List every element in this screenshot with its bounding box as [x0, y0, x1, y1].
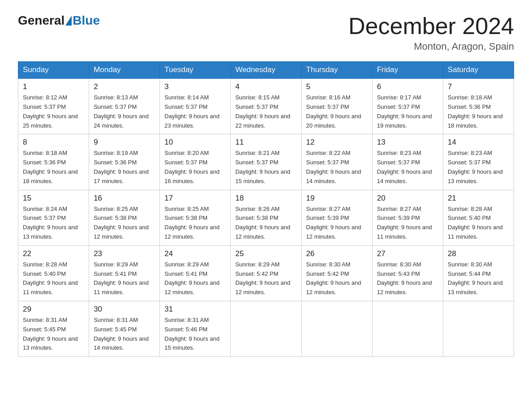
- day-info: Sunrise: 8:13 AM Sunset: 5:37 PM Dayligh…: [94, 93, 155, 130]
- calendar-cell: 20 Sunrise: 8:27 AM Sunset: 5:39 PM Dayl…: [372, 190, 443, 245]
- day-info: Sunrise: 8:31 AM Sunset: 5:45 PM Dayligh…: [23, 316, 84, 353]
- day-number: 20: [377, 194, 438, 203]
- day-number: 16: [94, 194, 155, 203]
- month-title: December 2024: [348, 13, 514, 39]
- day-number: 19: [306, 194, 368, 203]
- day-info: Sunrise: 8:29 AM Sunset: 5:42 PM Dayligh…: [235, 260, 296, 297]
- day-info: Sunrise: 8:23 AM Sunset: 5:37 PM Dayligh…: [448, 149, 509, 186]
- day-number: 14: [448, 138, 509, 147]
- calendar-cell: 29 Sunrise: 8:31 AM Sunset: 5:45 PM Dayl…: [18, 301, 89, 356]
- calendar-cell: 25 Sunrise: 8:29 AM Sunset: 5:42 PM Dayl…: [231, 245, 301, 301]
- day-info: Sunrise: 8:12 AM Sunset: 5:37 PM Dayligh…: [23, 93, 84, 130]
- location-title: Monton, Aragon, Spain: [348, 41, 514, 52]
- day-number: 21: [448, 194, 509, 203]
- day-info: Sunrise: 8:19 AM Sunset: 5:36 PM Dayligh…: [94, 149, 155, 186]
- page-header: General Blue December 2024 Monton, Arago…: [18, 13, 514, 52]
- calendar-cell: 30 Sunrise: 8:31 AM Sunset: 5:45 PM Dayl…: [89, 301, 160, 356]
- calendar-cell: 16 Sunrise: 8:25 AM Sunset: 5:38 PM Dayl…: [89, 190, 160, 245]
- day-info: Sunrise: 8:29 AM Sunset: 5:41 PM Dayligh…: [164, 260, 226, 297]
- calendar-day-header: Sunday: [18, 62, 89, 79]
- calendar-cell: [301, 301, 372, 356]
- day-info: Sunrise: 8:29 AM Sunset: 5:41 PM Dayligh…: [94, 260, 155, 297]
- day-info: Sunrise: 8:21 AM Sunset: 5:37 PM Dayligh…: [235, 149, 296, 186]
- calendar-table: SundayMondayTuesdayWednesdayThursdayFrid…: [18, 61, 514, 357]
- day-info: Sunrise: 8:22 AM Sunset: 5:37 PM Dayligh…: [306, 149, 368, 186]
- day-number: 23: [94, 249, 155, 258]
- day-info: Sunrise: 8:23 AM Sunset: 5:37 PM Dayligh…: [377, 149, 438, 186]
- calendar-week-row: 29 Sunrise: 8:31 AM Sunset: 5:45 PM Dayl…: [18, 301, 514, 356]
- day-number: 29: [23, 305, 84, 314]
- day-info: Sunrise: 8:27 AM Sunset: 5:39 PM Dayligh…: [306, 205, 368, 242]
- day-number: 8: [23, 138, 84, 147]
- day-info: Sunrise: 8:24 AM Sunset: 5:37 PM Dayligh…: [23, 205, 84, 242]
- calendar-cell: 23 Sunrise: 8:29 AM Sunset: 5:41 PM Dayl…: [89, 245, 160, 301]
- day-number: 26: [306, 249, 368, 258]
- day-info: Sunrise: 8:28 AM Sunset: 5:40 PM Dayligh…: [448, 205, 509, 242]
- day-info: Sunrise: 8:15 AM Sunset: 5:37 PM Dayligh…: [235, 93, 296, 130]
- calendar-day-header: Saturday: [443, 62, 514, 79]
- calendar-cell: 22 Sunrise: 8:28 AM Sunset: 5:40 PM Dayl…: [18, 245, 89, 301]
- day-number: 1: [23, 82, 84, 91]
- calendar-day-header: Wednesday: [231, 62, 301, 79]
- day-info: Sunrise: 8:18 AM Sunset: 5:36 PM Dayligh…: [23, 149, 84, 186]
- calendar-cell: 11 Sunrise: 8:21 AM Sunset: 5:37 PM Dayl…: [231, 134, 301, 190]
- calendar-cell: [443, 301, 514, 356]
- day-info: Sunrise: 8:25 AM Sunset: 5:38 PM Dayligh…: [164, 205, 226, 242]
- day-number: 10: [164, 138, 226, 147]
- day-info: Sunrise: 8:17 AM Sunset: 5:37 PM Dayligh…: [377, 93, 438, 130]
- day-number: 17: [164, 194, 226, 203]
- day-number: 15: [23, 194, 84, 203]
- calendar-cell: [372, 301, 443, 356]
- day-number: 2: [94, 82, 155, 91]
- logo-triangle-icon: [65, 16, 72, 26]
- day-number: 6: [377, 82, 438, 91]
- day-number: 24: [164, 249, 226, 258]
- calendar-cell: 8 Sunrise: 8:18 AM Sunset: 5:36 PM Dayli…: [18, 134, 89, 190]
- title-area: December 2024 Monton, Aragon, Spain: [348, 13, 514, 52]
- calendar-cell: 14 Sunrise: 8:23 AM Sunset: 5:37 PM Dayl…: [443, 134, 514, 190]
- day-info: Sunrise: 8:30 AM Sunset: 5:42 PM Dayligh…: [306, 260, 368, 297]
- logo-area: General Blue: [18, 13, 100, 28]
- calendar-cell: 12 Sunrise: 8:22 AM Sunset: 5:37 PM Dayl…: [301, 134, 372, 190]
- day-number: 31: [164, 305, 226, 314]
- day-info: Sunrise: 8:30 AM Sunset: 5:43 PM Dayligh…: [377, 260, 438, 297]
- calendar-cell: 26 Sunrise: 8:30 AM Sunset: 5:42 PM Dayl…: [301, 245, 372, 301]
- calendar-cell: 4 Sunrise: 8:15 AM Sunset: 5:37 PM Dayli…: [231, 78, 301, 134]
- day-number: 25: [235, 249, 296, 258]
- calendar-day-header: Thursday: [301, 62, 372, 79]
- day-info: Sunrise: 8:25 AM Sunset: 5:38 PM Dayligh…: [94, 205, 155, 242]
- day-number: 11: [235, 138, 296, 147]
- calendar-cell: 7 Sunrise: 8:18 AM Sunset: 5:36 PM Dayli…: [443, 78, 514, 134]
- calendar-cell: 13 Sunrise: 8:23 AM Sunset: 5:37 PM Dayl…: [372, 134, 443, 190]
- day-number: 12: [306, 138, 368, 147]
- calendar-cell: 31 Sunrise: 8:31 AM Sunset: 5:46 PM Dayl…: [160, 301, 231, 356]
- calendar-cell: 18 Sunrise: 8:26 AM Sunset: 5:38 PM Dayl…: [231, 190, 301, 245]
- day-info: Sunrise: 8:26 AM Sunset: 5:38 PM Dayligh…: [235, 205, 296, 242]
- day-number: 28: [448, 249, 509, 258]
- day-number: 5: [306, 82, 368, 91]
- day-info: Sunrise: 8:30 AM Sunset: 5:44 PM Dayligh…: [448, 260, 509, 297]
- calendar-cell: 9 Sunrise: 8:19 AM Sunset: 5:36 PM Dayli…: [89, 134, 160, 190]
- calendar-cell: 28 Sunrise: 8:30 AM Sunset: 5:44 PM Dayl…: [443, 245, 514, 301]
- calendar-cell: [231, 301, 301, 356]
- day-number: 22: [23, 249, 84, 258]
- calendar-day-header: Tuesday: [160, 62, 231, 79]
- calendar-cell: 5 Sunrise: 8:16 AM Sunset: 5:37 PM Dayli…: [301, 78, 372, 134]
- calendar-week-row: 8 Sunrise: 8:18 AM Sunset: 5:36 PM Dayli…: [18, 134, 514, 190]
- day-info: Sunrise: 8:20 AM Sunset: 5:37 PM Dayligh…: [164, 149, 226, 186]
- day-info: Sunrise: 8:16 AM Sunset: 5:37 PM Dayligh…: [306, 93, 368, 130]
- calendar-week-row: 15 Sunrise: 8:24 AM Sunset: 5:37 PM Dayl…: [18, 190, 514, 245]
- calendar-day-header: Monday: [89, 62, 160, 79]
- day-info: Sunrise: 8:18 AM Sunset: 5:36 PM Dayligh…: [448, 93, 509, 130]
- day-number: 18: [235, 194, 296, 203]
- day-number: 27: [377, 249, 438, 258]
- day-number: 3: [164, 82, 226, 91]
- calendar-cell: 24 Sunrise: 8:29 AM Sunset: 5:41 PM Dayl…: [160, 245, 231, 301]
- day-info: Sunrise: 8:27 AM Sunset: 5:39 PM Dayligh…: [377, 205, 438, 242]
- calendar-header-row: SundayMondayTuesdayWednesdayThursdayFrid…: [18, 62, 514, 79]
- calendar-cell: 15 Sunrise: 8:24 AM Sunset: 5:37 PM Dayl…: [18, 190, 89, 245]
- calendar-cell: 17 Sunrise: 8:25 AM Sunset: 5:38 PM Dayl…: [160, 190, 231, 245]
- calendar-cell: 21 Sunrise: 8:28 AM Sunset: 5:40 PM Dayl…: [443, 190, 514, 245]
- calendar-week-row: 22 Sunrise: 8:28 AM Sunset: 5:40 PM Dayl…: [18, 245, 514, 301]
- day-number: 7: [448, 82, 509, 91]
